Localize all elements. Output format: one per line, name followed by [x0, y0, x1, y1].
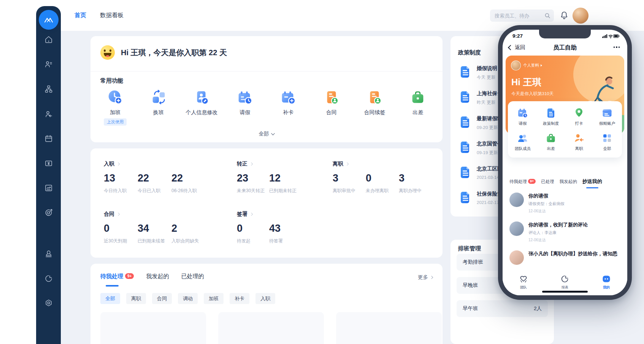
mountain-logo-icon [43, 14, 54, 25]
phone-user-avatar[interactable] [511, 61, 521, 70]
stat-group-signing: 签署 0待发起 43待签署 [237, 211, 301, 244]
stat-metric[interactable]: 2206-26待入职 [171, 172, 205, 194]
stat-group-link[interactable]: 入职 [104, 161, 205, 167]
sidebar-item-stamp[interactable] [44, 249, 53, 258]
chip-attendance-fix[interactable]: 补卡 [230, 293, 249, 304]
chip-contract[interactable]: 合同 [152, 293, 172, 304]
document-icon [458, 115, 472, 129]
todo-item-placeholders [100, 312, 442, 344]
stat-group-link[interactable]: 签署 [237, 211, 301, 218]
message-item[interactable]: 张小凡的【离职办理】抄送给你，请知悉 [509, 250, 623, 265]
stat-metric[interactable]: 0待发起 [237, 223, 269, 244]
shift-row-morning-noon[interactable]: 早午班2人 [457, 300, 548, 317]
sidebar-item-goals[interactable] [44, 208, 53, 217]
stat-metric[interactable]: 43待签署 [269, 223, 301, 244]
app-all[interactable]: 全部 [593, 129, 621, 154]
quick-item-shift-swap[interactable]: 换班 [137, 89, 180, 126]
ptab-initiated[interactable]: 我发起的 [560, 179, 577, 185]
app-policy[interactable]: 政策制度 [537, 104, 565, 129]
ptab-cc-me[interactable]: 抄送我的 [582, 178, 602, 185]
sender-avatar [509, 250, 524, 265]
stat-metric[interactable]: 0未办理离职 [366, 172, 399, 194]
notification-bell-icon[interactable] [560, 11, 569, 20]
home-indicator[interactable] [542, 291, 588, 293]
sidebar-item-reports[interactable] [44, 183, 53, 193]
stat-metric[interactable]: 34已到期未续签 [138, 223, 171, 244]
app-business-trip[interactable]: 出差 [537, 129, 565, 154]
stat-metric[interactable]: 3离职办理中 [399, 172, 432, 194]
expand-all-button[interactable]: 全部 [259, 131, 274, 137]
stat-metric[interactable]: 3离职审批中 [333, 172, 366, 194]
quick-item-label: 换班 [153, 109, 164, 116]
sidebar-item-organization[interactable] [44, 84, 53, 94]
quick-item-leave[interactable]: 请假 [223, 89, 266, 126]
quick-item-attendance-fix[interactable]: 补卡 [266, 89, 310, 126]
phone-mockup: 9:27 返回 员工自助 个人资料 Hi 王琪 今天是 [498, 25, 632, 300]
stat-group-link[interactable]: 合同 [104, 211, 205, 218]
stat-group-onboard: 入职 13今日待入职 22今日已入职 2206-26待入职 [104, 161, 205, 194]
sidebar-item-payroll[interactable] [44, 159, 53, 168]
quick-item-overtime[interactable]: 加班 上次使用 [94, 89, 137, 126]
sidebar-item-onboarding[interactable] [44, 110, 53, 119]
document-icon [458, 140, 472, 154]
message-item[interactable]: 你的请假，收到了新的评论评论人：李达康12-06送达 [509, 221, 623, 243]
app-leave[interactable]: 请假 [509, 104, 537, 129]
team-heart-icon [519, 274, 528, 283]
quick-item-profile-edit[interactable]: 个人信息修改 [180, 89, 224, 126]
quick-item-contract[interactable]: 合同 [310, 89, 353, 126]
active-tab-underline [106, 285, 119, 287]
more-icon[interactable] [614, 46, 620, 48]
business-trip-icon [545, 132, 557, 144]
ptab-pending[interactable]: 待我处理9+ [509, 179, 536, 185]
ptab-processed[interactable]: 已处理 [541, 179, 554, 185]
tab-pending[interactable]: 待我处理9+ [100, 273, 134, 280]
todo-item-card[interactable] [218, 312, 324, 344]
chip-resign[interactable]: 离职 [126, 293, 146, 304]
message-item[interactable]: 你的请假请假类型：全薪病假12-06送达 [509, 193, 623, 214]
tabbar-mine[interactable]: 我的 [586, 271, 627, 295]
sidebar-item-calendar[interactable] [44, 134, 53, 143]
stat-metric[interactable]: 12已到期未转正 [269, 172, 301, 194]
todo-item-card[interactable] [336, 312, 442, 344]
profile-link[interactable]: 个人资料 [523, 63, 542, 68]
stat-metric[interactable]: 13今日待入职 [104, 172, 138, 194]
phone-message-list: 你的请假请假类型：全薪病假12-06送达 你的请假，收到了新的评论评论人：李达康… [509, 193, 623, 272]
stat-metric[interactable]: 0近30天到期 [104, 223, 138, 244]
app-resign[interactable]: 离职 [565, 129, 593, 154]
quick-item-business-trip[interactable]: 出差 [396, 89, 439, 126]
stat-metric[interactable]: 23未来30天转正 [237, 172, 269, 194]
pending-count-badge: 9+ [125, 273, 134, 279]
more-link[interactable]: 更多 [418, 274, 433, 281]
quick-item-label: 合同续签 [364, 109, 385, 116]
stat-metric[interactable]: 2入职合同缺失 [171, 223, 205, 244]
pending-count-badge: 9+ [528, 179, 536, 184]
tab-initiated[interactable]: 我发起的 [146, 273, 169, 280]
leave-calendar-icon [236, 89, 254, 106]
sidebar-item-settings[interactable] [44, 299, 53, 308]
tab-processed[interactable]: 已处理的 [181, 273, 204, 280]
sidebar-item-analytics[interactable] [44, 274, 53, 283]
policy-doc-icon [545, 107, 557, 119]
tabbar-team[interactable]: 团队 [503, 271, 544, 295]
app-checkin[interactable]: 打卡 [565, 104, 593, 129]
sidebar-item-home[interactable] [44, 35, 53, 44]
app-team-members[interactable]: 团队成员 [509, 129, 537, 154]
last-used-badge: 上次使用 [104, 118, 127, 126]
global-search[interactable] [490, 10, 554, 22]
tab-home[interactable]: 首页 [75, 11, 86, 19]
tab-data-board[interactable]: 数据看板 [100, 11, 124, 19]
chip-onboard[interactable]: 入职 [255, 293, 275, 304]
todo-item-card[interactable] [100, 312, 206, 344]
app-holiday-account[interactable]: 假期账户 [593, 104, 621, 129]
chip-transfer[interactable]: 调动 [178, 293, 198, 304]
stat-group-link[interactable]: 转正 [237, 161, 301, 167]
user-avatar[interactable] [573, 8, 588, 24]
chip-all[interactable]: 全部 [100, 293, 120, 304]
stat-group-resignation: 离职 3离职审批中 0未办理离职 3离职办理中 [333, 161, 432, 194]
quick-item-contract-renew[interactable]: 合同续签 [353, 89, 397, 126]
chip-overtime[interactable]: 加班 [204, 293, 224, 304]
company-logo[interactable] [39, 10, 59, 30]
sidebar-item-employees[interactable] [44, 60, 53, 69]
stat-metric[interactable]: 22今日已入职 [138, 172, 171, 194]
stat-group-link[interactable]: 离职 [333, 161, 432, 167]
